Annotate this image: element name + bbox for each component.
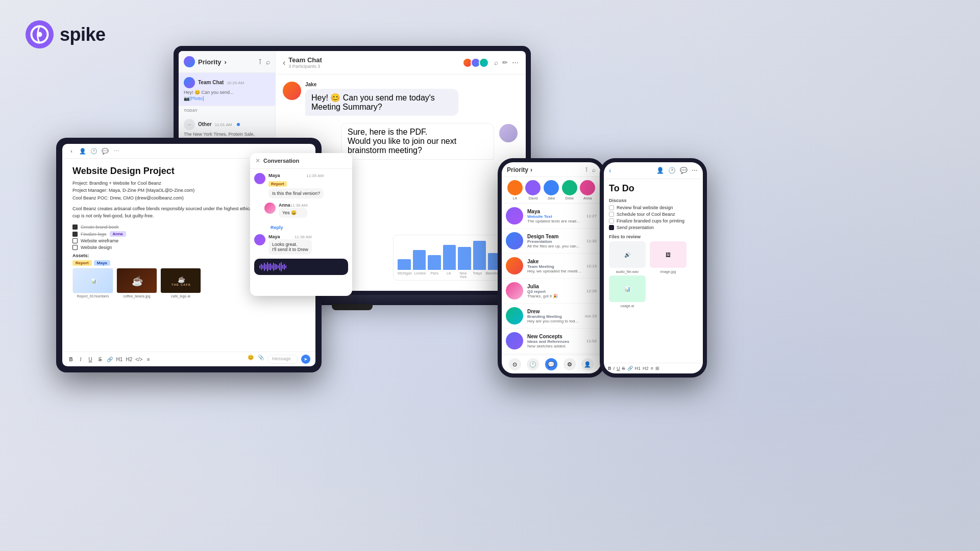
underline-icon[interactable]: U — [617, 366, 620, 371]
task-check-4[interactable] — [72, 245, 78, 250]
italic-icon[interactable]: I — [77, 357, 84, 362]
h2-icon[interactable]: H2 — [126, 357, 133, 362]
chat-icon[interactable]: 💬 — [680, 167, 688, 174]
pav-circle-la — [507, 180, 523, 195]
pav-david[interactable]: David — [525, 180, 541, 200]
maya-conv-avatar-2 — [254, 234, 265, 245]
todo-body: To Do Discuss Review final website desig… — [604, 179, 703, 363]
newconcepts-name: New Concepts — [527, 334, 582, 339]
reply-label[interactable]: Reply — [271, 225, 283, 230]
attachment-icon[interactable]: 📎 — [257, 355, 264, 364]
strikethrough-icon[interactable]: S — [622, 366, 625, 371]
todo-text-2: Schedule tour of Cool Beanz — [617, 212, 675, 217]
compose-icon[interactable]: ✏ — [502, 59, 508, 66]
bar-2 — [413, 250, 426, 270]
message-input[interactable]: Message — [267, 355, 298, 364]
phone-priority-chevron: › — [530, 166, 532, 173]
spike-logo-icon — [26, 20, 54, 48]
person-icon[interactable]: 👤 — [79, 147, 87, 155]
search-icon[interactable]: ⌕ — [494, 59, 498, 66]
filter-icon[interactable]: ⊺ — [258, 58, 262, 66]
nav-icon-chat[interactable]: 💬 — [545, 358, 557, 370]
h2-icon[interactable]: H2 — [643, 366, 649, 371]
nav-icon-circle[interactable]: ⊙ — [509, 358, 521, 370]
search-icon[interactable]: ⌕ — [592, 166, 596, 173]
pav-name-la: LA — [513, 196, 518, 200]
pav-la[interactable]: LA — [507, 180, 523, 200]
email-item-teamchat[interactable]: Team Chat 10:20 AM Hey! 😊 Can you send..… — [179, 73, 275, 106]
nav-icon-settings[interactable]: ⚙ — [564, 358, 576, 370]
anna-conv-text: Yes 😀 — [279, 208, 307, 218]
file-image[interactable]: 🖼 image.jpg — [650, 241, 689, 273]
file-chart[interactable]: 📊 usage.ai — [609, 276, 648, 308]
table-icon[interactable]: ⊞ — [655, 366, 659, 371]
bold-icon[interactable]: B — [608, 366, 611, 371]
list-icon[interactable]: ≡ — [651, 366, 653, 371]
conv-design[interactable]: Design Team Presentation All the files a… — [502, 229, 601, 254]
emoji-icon[interactable]: 😊 — [247, 355, 254, 364]
conv-newconcepts[interactable]: New Concepts Ideas and References New sk… — [502, 329, 601, 354]
link-icon[interactable]: 🔗 — [627, 366, 633, 371]
underline-icon[interactable]: U — [87, 357, 94, 362]
more-icon[interactable]: ⋯ — [692, 167, 698, 174]
asset-coffee[interactable]: ☕ coffee_beans.jpg — [116, 268, 157, 298]
more-icon[interactable]: ⋯ — [112, 147, 120, 155]
h1-icon[interactable]: H1 — [116, 357, 123, 362]
image-icon: 🖼 — [666, 252, 671, 258]
pav-anna[interactable]: Anna — [580, 180, 595, 200]
italic-icon[interactable]: I — [614, 366, 615, 371]
todo-cb-3[interactable] — [609, 218, 614, 223]
link-icon[interactable]: 🔗 — [106, 357, 113, 362]
conv-maya[interactable]: Maya Website Text The updated texts are … — [502, 204, 601, 229]
search-icon[interactable]: ⌕ — [266, 58, 270, 66]
conv-header: ✕ Conversation — [250, 153, 352, 169]
drew-name: Drew — [527, 309, 580, 314]
drew-content: Drew Branding Meeting Hey are you coming… — [527, 309, 580, 323]
strikethrough-icon[interactable]: S — [96, 357, 104, 362]
reply-button[interactable]: Reply — [254, 222, 348, 231]
priority-avatar — [184, 56, 195, 67]
file-audio[interactable]: 🔊 audio_file.wav — [609, 241, 648, 273]
send-button[interactable]: ➤ — [301, 355, 310, 364]
todo-cb-2[interactable] — [609, 212, 614, 217]
asset-cafe[interactable]: ☕ THE CAFE cafe_logo.ai — [160, 268, 201, 298]
conv-julia[interactable]: Julia Q3 report Thanks, got it 🎉 12:26 — [502, 279, 601, 304]
clock-icon[interactable]: 🕐 — [668, 167, 676, 174]
more-icon[interactable]: ⋯ — [512, 59, 519, 66]
task-check-1[interactable]: ✓ — [72, 224, 78, 230]
task-check-3[interactable] — [72, 238, 78, 243]
nav-icon-clock[interactable]: 🕐 — [527, 358, 539, 370]
clock-icon[interactable]: 🕐 — [90, 147, 98, 155]
chat-icon[interactable]: 💬 — [101, 147, 109, 155]
email-preview: Hey! 😊 Can you send...📷[Photo] — [184, 90, 270, 102]
bold-icon[interactable]: B — [67, 357, 75, 362]
conv-close-icon[interactable]: ✕ — [255, 157, 260, 164]
task-check-2[interactable]: ✓ — [72, 232, 78, 237]
back-icon[interactable]: ‹ — [67, 147, 76, 155]
phone-right-device: ‹ 👤 🕐 💬 ⋯ To Do Discuss Review final web… — [600, 158, 707, 378]
pav-circle-jake — [544, 180, 559, 195]
todo-cb-1[interactable] — [609, 205, 614, 210]
conv-jake[interactable]: Jake Team Meeting Hey, we uploaded the m… — [502, 254, 601, 279]
anna-bubble: Sure, here is the PDF.Would you like to … — [341, 123, 494, 160]
nav-icon-person[interactable]: 👤 — [581, 358, 594, 370]
design-subtitle: Presentation — [527, 239, 582, 244]
person-icon[interactable]: 👤 — [656, 167, 664, 174]
julia-av — [506, 282, 523, 299]
todo-cb-4[interactable]: ✓ — [609, 225, 614, 230]
code-icon[interactable]: </> — [135, 357, 142, 362]
jake-av — [506, 257, 523, 274]
h1-icon[interactable]: H1 — [635, 366, 641, 371]
design-content: Design Team Presentation All the files a… — [527, 234, 582, 248]
list-icon[interactable]: ≡ — [145, 357, 152, 362]
chat-nav-back[interactable]: ‹ — [283, 58, 285, 67]
conv-drew[interactable]: Drew Branding Meeting Hey are you coming… — [502, 304, 601, 329]
back-icon[interactable]: ‹ — [609, 166, 611, 174]
filter-icon[interactable]: ⊺ — [585, 166, 588, 173]
asset-report[interactable]: 📊 Report_03.Numbers — [72, 268, 113, 298]
phone-avatars-row: LA David Jake Drew Anna — [502, 177, 601, 204]
newconcepts-content: New Concepts Ideas and References New sk… — [527, 334, 582, 348]
pav-jake[interactable]: Jake — [544, 180, 559, 200]
maya-conv-time-1: 11:35 AM — [306, 173, 324, 178]
pav-drew[interactable]: Drew — [562, 180, 577, 200]
